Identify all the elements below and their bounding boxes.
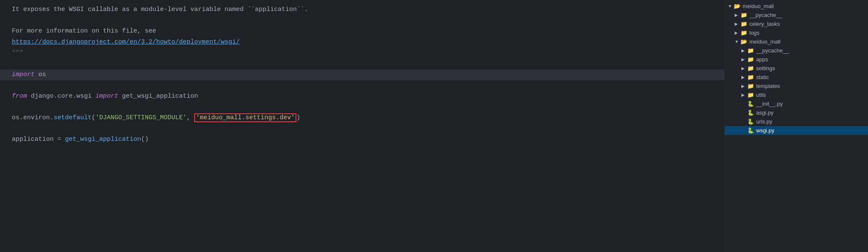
tree-item-label: __pycache__ (749, 12, 782, 18)
tree-item-label: logs (749, 30, 760, 36)
arrow-closed-icon: ▶ (735, 13, 741, 17)
folder-icon: 📁 (747, 83, 754, 89)
code-line: import os (0, 69, 724, 80)
code-text: ( (92, 114, 95, 121)
code-line (0, 102, 724, 112)
tree-item-label: meiduo_mall (749, 38, 781, 45)
arrow-closed-icon: ▶ (735, 22, 741, 26)
folder-icon: 📂 (734, 3, 741, 9)
tree-item-label: __pycache__ (756, 47, 789, 54)
code-keyword-from: from (12, 93, 27, 100)
code-line: application = get_wsgi_application() (0, 134, 724, 145)
code-content: application = get_wsgi_application() (10, 134, 716, 145)
code-string: 'DJANGO_SETTINGS_MODULE' (95, 114, 187, 121)
arrow-closed-icon: ▶ (741, 57, 747, 62)
tree-item[interactable]: 🐍urls.py (724, 117, 868, 126)
tree-item[interactable]: ▶📁celery_tasks (724, 19, 868, 28)
tree-item[interactable]: ▶📁__pycache__ (724, 11, 868, 19)
tree-item-label: meiduo_mall (743, 3, 774, 9)
code-line: os.environ.setdefault('DJANGO_SETTINGS_M… (0, 112, 724, 123)
tree-item[interactable]: ▶📁templates (724, 82, 868, 90)
code-content: For more information on this file, see (10, 26, 716, 36)
code-line (0, 15, 724, 26)
tree-item[interactable]: ▶📁static (724, 73, 868, 82)
code-function: setdefault (54, 114, 92, 121)
code-link: https://docs.djangoproject.com/en/3.2/ho… (12, 38, 240, 46)
tree-item-label: templates (756, 83, 780, 89)
code-content: from django.core.wsgi import get_wsgi_ap… (10, 91, 716, 101)
folder-icon: 📁 (747, 47, 754, 54)
code-text: ) (296, 114, 300, 121)
tree-item[interactable]: ▼📂meiduo_mall (724, 37, 868, 46)
tree-item-label: wsgi.py (756, 127, 774, 134)
code-content: os.environ.setdefault('DJANGO_SETTINGS_M… (10, 113, 716, 123)
code-comment: """ (12, 49, 23, 57)
tree-item[interactable]: ▼📂meiduo_mall (724, 2, 868, 11)
tree-item-label: asgi.py (756, 110, 773, 116)
code-content: https://docs.djangoproject.com/en/3.2/ho… (10, 37, 716, 47)
code-content: It exposes the WSGI callable as a module… (10, 5, 716, 15)
code-line: https://docs.djangoproject.com/en/3.2/ho… (0, 37, 724, 48)
code-keyword-import: import (12, 71, 35, 78)
tree-item-label: static (756, 74, 769, 80)
python-file-icon: 🐍 (747, 110, 754, 116)
code-keyword-import: import (95, 93, 118, 100)
tree-item-label: utils (756, 92, 766, 98)
folder-icon: 📁 (747, 74, 754, 80)
code-function: get_wsgi_application (65, 136, 141, 143)
tree-item-label: urls.py (756, 118, 772, 125)
code-string-highlighted: 'meiduo_mall.settings.dev' (194, 113, 296, 122)
python-file-icon: 🐍 (747, 101, 754, 107)
tree-item[interactable]: 🐍__init__.py (724, 99, 868, 108)
folder-icon: 📁 (741, 30, 747, 36)
folder-icon: 📁 (741, 21, 747, 27)
folder-icon: 📁 (741, 12, 747, 18)
arrow-closed-icon: ▶ (741, 84, 747, 88)
code-line: For more information on this file, see (0, 26, 724, 37)
arrow-closed-icon: ▶ (741, 48, 747, 53)
arrow-closed-icon: ▶ (741, 75, 747, 79)
python-file-icon: 🐍 (747, 127, 754, 134)
file-tree-panel: ▼📂meiduo_mall▶📁__pycache__▶📁celery_tasks… (724, 0, 868, 252)
folder-icon: 📁 (747, 92, 754, 98)
code-line (0, 123, 724, 134)
code-content: import os (10, 70, 716, 80)
arrow-open-icon: ▼ (735, 39, 741, 44)
code-line: from django.core.wsgi import get_wsgi_ap… (0, 91, 724, 102)
tree-item-label: celery_tasks (749, 21, 780, 27)
tree-item-selected[interactable]: 🐍wsgi.py (724, 126, 868, 135)
tree-item[interactable]: ▶📁apps (724, 55, 868, 64)
code-text: , (187, 114, 194, 121)
code-line (0, 80, 724, 91)
folder-icon: 📂 (741, 38, 747, 45)
arrow-closed-icon: ▶ (741, 66, 747, 71)
tree-item[interactable]: ▶📁utils (724, 90, 868, 99)
tree-item-label: __init__.py (756, 101, 783, 107)
tree-item-label: apps (756, 56, 768, 63)
code-line: It exposes the WSGI callable as a module… (0, 4, 724, 15)
tree-item[interactable]: 🐍asgi.py (724, 108, 868, 117)
arrow-open-icon: ▼ (728, 4, 734, 8)
folder-icon: 📁 (747, 65, 754, 71)
python-file-icon: 🐍 (747, 118, 754, 125)
code-content: """ (10, 48, 716, 58)
folder-icon: 📁 (747, 56, 754, 63)
tree-item[interactable]: ▶📁settings (724, 64, 868, 73)
code-text: get_wsgi_application (118, 93, 198, 100)
code-text: For more information on this file, see (12, 27, 156, 35)
arrow-closed-icon: ▶ (735, 30, 741, 35)
code-text: It exposes the WSGI callable as a module… (12, 6, 308, 13)
code-line (0, 59, 724, 69)
code-editor[interactable]: It exposes the WSGI callable as a module… (0, 0, 724, 252)
code-text: () (141, 136, 149, 143)
tree-item[interactable]: ▶📁__pycache__ (724, 46, 868, 55)
tree-item[interactable]: ▶📁logs (724, 28, 868, 37)
code-text: os (35, 71, 46, 78)
code-text: os.environ. (12, 114, 54, 121)
arrow-closed-icon: ▶ (741, 93, 747, 97)
code-text: django.core.wsgi (27, 93, 95, 100)
code-line: """ (0, 48, 724, 59)
code-text: application = (12, 136, 65, 143)
tree-item-label: settings (756, 65, 775, 71)
